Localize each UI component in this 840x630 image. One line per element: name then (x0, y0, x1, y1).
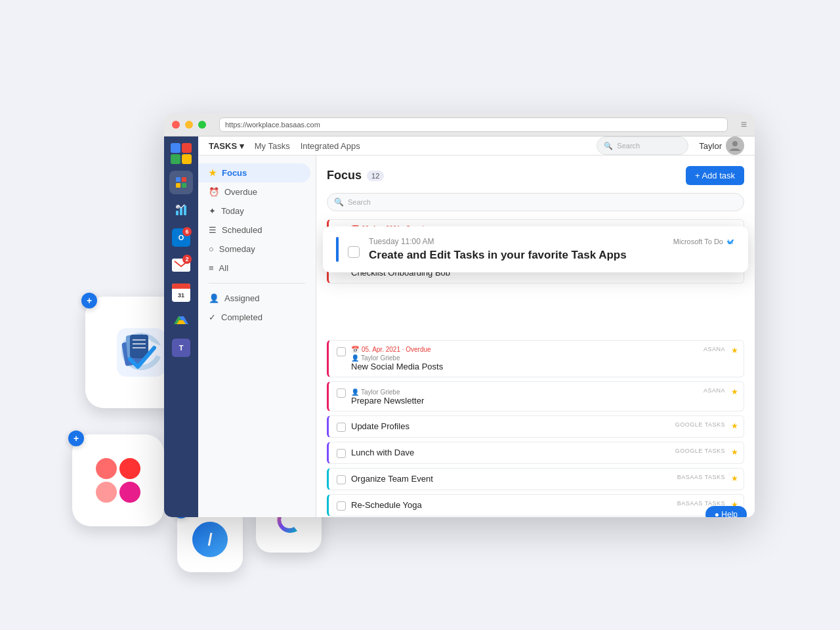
today-icon: ✦ (209, 206, 216, 216)
task-nav-someday-label: Someday (219, 244, 255, 254)
full-layout: ★ Focus ⏰ Overdue ✦ Today (198, 156, 755, 517)
svg-rect-12 (176, 211, 178, 215)
help-button[interactable]: ● Help (705, 506, 747, 517)
task-nav-focus[interactable]: ★ Focus (198, 163, 310, 182)
tooltip-source: Microsoft To Do (673, 237, 735, 246)
task-list-header: Focus 12 + Add task (327, 166, 744, 185)
task-checkbox[interactable] (337, 501, 346, 511)
user-name: Taylor (699, 141, 722, 151)
outlook-badge: 6 (182, 227, 192, 236)
task-item-top: Organize Team Event (337, 474, 736, 484)
task-nav-all[interactable]: ≡ All (198, 259, 316, 278)
logo-dot-green (171, 154, 180, 164)
task-source: ASANA (704, 387, 725, 394)
window-maximize-btn[interactable] (198, 121, 206, 129)
logo-dot-red (182, 143, 192, 153)
sidebar-item-gmail[interactable]: 2 (169, 253, 193, 277)
url-text: https://workplace.basaas.com (225, 121, 320, 129)
browser-window: https://workplace.basaas.com ≡ (164, 113, 781, 517)
window-minimize-btn[interactable] (185, 121, 193, 129)
task-item-top: 👤 Taylor Griebe Prepare Newsletter (337, 387, 736, 406)
window-close-btn[interactable] (172, 121, 180, 129)
svg-rect-9 (182, 177, 186, 182)
nav-user: Taylor (699, 136, 744, 155)
focus-title-text: Focus (327, 169, 362, 182)
calendar-mini-icon: 📅 (351, 346, 359, 353)
task-name: New Social Media Posts (351, 362, 736, 371)
tooltip-spacer (327, 287, 744, 340)
svg-rect-10 (176, 183, 180, 188)
sidebar-item-drive[interactable] (169, 308, 193, 332)
task-star[interactable]: ★ (731, 387, 738, 396)
task-date: 📅 05. Apr. 2021 · Overdue (351, 346, 736, 353)
task-item-top: 📅 05. Apr. 2021 · Overdue 👤 Taylor Grieb… (337, 346, 736, 371)
task-nav-assigned-label: Assigned (224, 293, 259, 303)
divider (209, 283, 305, 284)
tooltip-header: Tuesday 11:00 AM Microsoft To Do (369, 237, 735, 246)
task-nav-someday[interactable]: ○ Someday (198, 240, 316, 259)
logo-dot-yellow (182, 154, 192, 164)
task-star[interactable]: ★ (731, 346, 738, 355)
tooltip-content: Tuesday 11:00 AM Microsoft To Do (369, 237, 735, 262)
browser-menu-icon[interactable]: ≡ (741, 119, 747, 131)
task-assignee: 👤 Taylor Griebe (351, 388, 400, 396)
svg-rect-13 (180, 208, 182, 215)
task-search-icon: 🔍 (334, 198, 344, 207)
task-row: Update Profiles GOOGLE TASKS ★ (327, 415, 744, 438)
task-item-top: Re-Schedule Yoga (337, 500, 736, 511)
someday-icon: ○ (209, 244, 214, 254)
sidebar-item-chart[interactable] (169, 198, 193, 222)
calendar-icon: 31 (172, 284, 190, 302)
task-content: Focus 12 + Add task 🔍 Search (316, 156, 755, 517)
app-asana[interactable]: + (72, 434, 164, 526)
task-name: Prepare Newsletter (351, 396, 736, 406)
nav-tasks-label[interactable]: TASKS ▾ (209, 141, 244, 151)
task-checkbox[interactable] (337, 388, 346, 398)
tooltip-checkbox[interactable] (348, 246, 360, 258)
sidebar-item-outlook[interactable]: O 6 (169, 226, 193, 249)
task-checkbox[interactable] (337, 423, 346, 432)
task-star[interactable]: ★ (731, 474, 738, 483)
task-star[interactable]: ★ (731, 421, 738, 430)
nav-search[interactable]: 🔍 Search (597, 136, 688, 155)
asana-icon (96, 458, 140, 503)
task-star[interactable]: ★ (731, 448, 738, 457)
url-bar[interactable]: https://workplace.basaas.com (219, 117, 728, 132)
task-checkbox[interactable] (337, 449, 346, 458)
svg-rect-4 (130, 335, 148, 358)
nav-link-integrated-apps[interactable]: Integrated Apps (301, 141, 360, 151)
task-info: 👤 Taylor Griebe Prepare Newsletter (351, 387, 736, 406)
top-nav: TASKS ▾ My Tasks Integrated Apps 🔍 Searc… (198, 136, 755, 156)
sidebar-item-calendar[interactable]: 31 (169, 281, 193, 304)
task-list-title: Focus 12 (327, 169, 384, 182)
task-checkbox[interactable] (337, 475, 346, 484)
nav-link-my-tasks[interactable]: My Tasks (255, 141, 290, 151)
ms-todo-icon (112, 323, 171, 382)
task-nav-assigned[interactable]: 👤 Assigned (198, 289, 316, 308)
app-logo[interactable] (171, 143, 192, 164)
sidebar-item-teams[interactable]: T (169, 336, 193, 360)
task-checkbox[interactable] (337, 347, 346, 356)
task-nav-overdue[interactable]: ⏰ Overdue (198, 182, 316, 201)
scheduled-icon: ☰ (209, 225, 217, 235)
tooltip-time: Tuesday 11:00 AM (369, 237, 434, 246)
chart-icon (175, 204, 187, 216)
task-search-bar[interactable]: 🔍 Search (327, 193, 744, 211)
task-row: 👤 Taylor Griebe Prepare Newsletter ASANA… (327, 381, 744, 411)
task-nav-completed[interactable]: ✓ Completed (198, 308, 316, 327)
avatar[interactable] (726, 136, 744, 155)
completed-icon: ✓ (209, 312, 216, 322)
teams-icon: T (172, 339, 190, 357)
svg-rect-8 (176, 177, 180, 182)
browser-titlebar: https://workplace.basaas.com ≡ (164, 113, 755, 136)
sidebar-item-tasks[interactable] (169, 171, 193, 194)
task-nav-scheduled[interactable]: ☰ Scheduled (198, 220, 316, 240)
task-sidebar: ★ Focus ⏰ Overdue ✦ Today (198, 156, 316, 517)
assignee-name: Taylor Griebe (361, 388, 400, 396)
task-nav-today[interactable]: ✦ Today (198, 201, 316, 220)
add-task-button[interactable]: + Add task (686, 166, 744, 185)
task-nav-scheduled-label: Scheduled (222, 225, 262, 235)
tasks-icon (175, 176, 188, 189)
task-nav-completed-label: Completed (221, 312, 262, 322)
task-row: Organize Team Event BASAAS TASKS ★ (327, 468, 744, 490)
